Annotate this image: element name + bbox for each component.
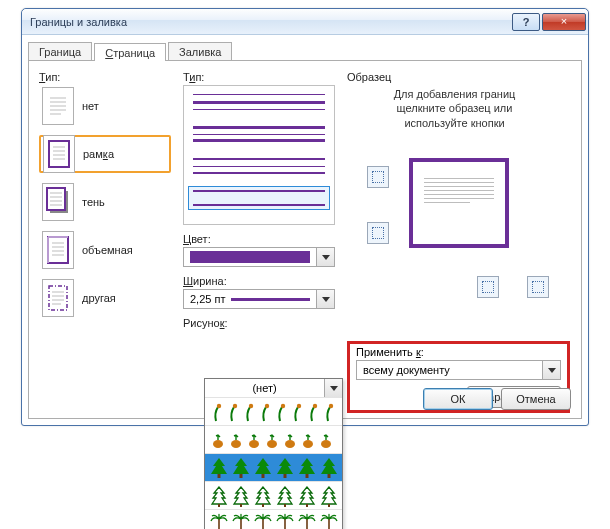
setting-none-icon: [42, 87, 74, 125]
edge-icon: [372, 171, 384, 183]
width-preview: [231, 298, 310, 301]
tab-page[interactable]: Страница: [94, 43, 166, 61]
help-icon: ?: [523, 16, 530, 28]
tab-panel: Тип: нет рамка: [28, 61, 582, 419]
edge-bottom-button[interactable]: [367, 222, 389, 244]
width-label: Ширина:: [183, 275, 335, 287]
dialog-window: Границы и заливка ? × Граница Страница З…: [21, 8, 589, 426]
apply-to-label: Применить к:: [356, 346, 561, 358]
setting-3d-label: объемная: [82, 244, 133, 256]
chevron-down-icon: [330, 386, 338, 391]
apply-to-combo[interactable]: всему документу: [356, 360, 561, 380]
chevron-down-icon: [322, 255, 330, 260]
style-option-selected[interactable]: [188, 186, 330, 210]
tab-fill[interactable]: Заливка: [168, 42, 232, 60]
tab-strip: Граница Страница Заливка: [28, 39, 582, 61]
style-option[interactable]: [188, 122, 330, 146]
preview-section: Образец Для добавления границ щелкните о…: [347, 67, 562, 286]
preview-area: [347, 136, 562, 286]
combo-button[interactable]: [316, 290, 334, 308]
setting-3d-icon: [42, 231, 74, 269]
chevron-down-icon: [548, 368, 556, 373]
svg-point-27: [216, 403, 220, 407]
setting-box[interactable]: рамка: [39, 135, 171, 173]
setting-box-label: рамка: [83, 148, 114, 160]
style-option[interactable]: [188, 90, 330, 114]
setting-section: Тип: нет рамка: [39, 67, 171, 317]
dialog-buttons: ОК Отмена: [423, 388, 571, 410]
width-combo[interactable]: 2,25 пт: [183, 289, 335, 309]
preview-label: Образец: [347, 71, 562, 83]
svg-rect-5: [49, 141, 69, 167]
style-label: Тип:: [183, 71, 335, 83]
art-none-option: (нет): [205, 379, 324, 397]
style-option[interactable]: [188, 154, 330, 178]
edge-right-button[interactable]: [527, 276, 549, 298]
art-option-pines[interactable]: [205, 481, 342, 509]
width-value: 2,25 пт: [190, 293, 225, 305]
art-option-carrots[interactable]: [205, 397, 342, 425]
edge-icon: [532, 281, 544, 293]
edge-top-button[interactable]: [367, 166, 389, 188]
edge-icon: [482, 281, 494, 293]
close-button[interactable]: ×: [542, 13, 586, 31]
art-option-pumpkins[interactable]: [205, 425, 342, 453]
preview-hint: Для добавления границ щелкните образец и…: [347, 87, 562, 130]
window-title: Границы и заливка: [30, 16, 510, 28]
close-icon: ×: [561, 16, 567, 27]
apply-to-value: всему документу: [357, 364, 542, 376]
art-label: Рисунок:: [183, 317, 335, 329]
combo-button[interactable]: [324, 379, 342, 397]
art-dropdown: (нет): [204, 378, 343, 529]
setting-custom-label: другая: [82, 292, 116, 304]
setting-3d[interactable]: объемная: [39, 231, 171, 269]
setting-shadow[interactable]: тень: [39, 183, 171, 221]
setting-label: Тип:: [39, 71, 171, 83]
combo-button[interactable]: [542, 361, 560, 379]
page-preview[interactable]: [409, 158, 509, 248]
edge-icon: [372, 227, 384, 239]
titlebar: Границы и заливка ? ×: [22, 9, 588, 35]
setting-box-icon: [43, 135, 75, 173]
art-option-palms[interactable]: [205, 509, 342, 529]
color-combo[interactable]: [183, 247, 335, 267]
style-section: Тип: Цвет: Ширина:: [183, 67, 335, 331]
cancel-button[interactable]: Отмена: [501, 388, 571, 410]
ok-button[interactable]: ОК: [423, 388, 493, 410]
color-swatch: [190, 251, 310, 263]
setting-none-label: нет: [82, 100, 99, 112]
setting-shadow-icon: [42, 183, 74, 221]
tab-border[interactable]: Граница: [28, 42, 92, 60]
chevron-down-icon: [322, 297, 330, 302]
setting-custom[interactable]: другая: [39, 279, 171, 317]
color-swatch-wrap: [184, 251, 316, 263]
combo-button[interactable]: [316, 248, 334, 266]
art-option-trees-selected[interactable]: [205, 453, 342, 481]
art-dropdown-header[interactable]: (нет): [205, 379, 342, 397]
edge-left-button[interactable]: [477, 276, 499, 298]
setting-custom-icon: [42, 279, 74, 317]
help-button[interactable]: ?: [512, 13, 540, 31]
svg-rect-11: [47, 188, 65, 210]
color-label: Цвет:: [183, 233, 335, 245]
style-list[interactable]: [183, 85, 335, 225]
setting-none[interactable]: нет: [39, 87, 171, 125]
setting-shadow-label: тень: [82, 196, 105, 208]
svg-rect-16: [48, 237, 68, 263]
